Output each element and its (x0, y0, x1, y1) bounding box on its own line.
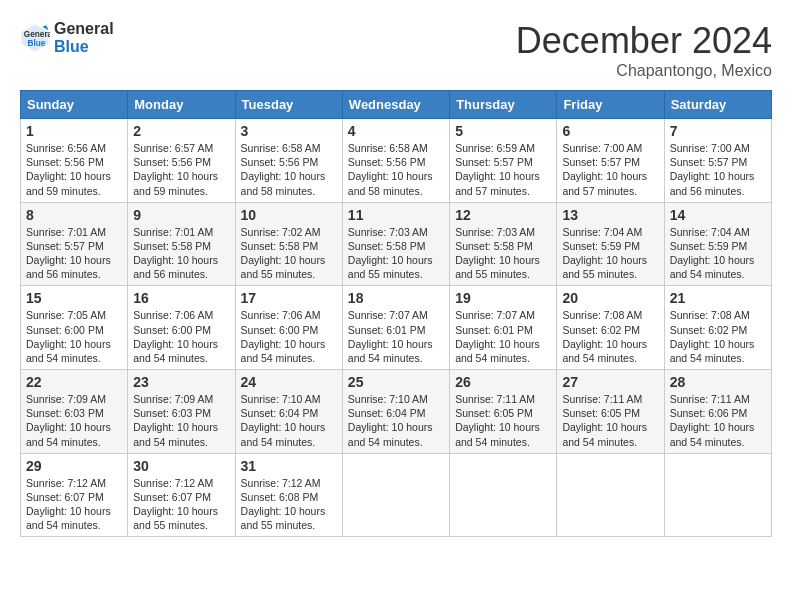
day-info: Sunrise: 7:06 AMSunset: 6:00 PMDaylight:… (133, 309, 218, 364)
table-row: 16 Sunrise: 7:06 AMSunset: 6:00 PMDaylig… (128, 286, 235, 370)
table-row: 5 Sunrise: 6:59 AMSunset: 5:57 PMDayligh… (450, 119, 557, 203)
table-row: 9 Sunrise: 7:01 AMSunset: 5:58 PMDayligh… (128, 202, 235, 286)
table-row: 4 Sunrise: 6:58 AMSunset: 5:56 PMDayligh… (342, 119, 449, 203)
day-info: Sunrise: 7:10 AMSunset: 6:04 PMDaylight:… (241, 393, 326, 448)
table-row: 2 Sunrise: 6:57 AMSunset: 5:56 PMDayligh… (128, 119, 235, 203)
logo-general: General (54, 20, 114, 38)
calendar-week-row: 29 Sunrise: 7:12 AMSunset: 6:07 PMDaylig… (21, 453, 772, 537)
day-info: Sunrise: 7:09 AMSunset: 6:03 PMDaylight:… (26, 393, 111, 448)
table-row: 25 Sunrise: 7:10 AMSunset: 6:04 PMDaylig… (342, 370, 449, 454)
calendar-week-row: 8 Sunrise: 7:01 AMSunset: 5:57 PMDayligh… (21, 202, 772, 286)
table-row: 8 Sunrise: 7:01 AMSunset: 5:57 PMDayligh… (21, 202, 128, 286)
table-row: 14 Sunrise: 7:04 AMSunset: 5:59 PMDaylig… (664, 202, 771, 286)
day-info: Sunrise: 7:08 AMSunset: 6:02 PMDaylight:… (670, 309, 755, 364)
day-info: Sunrise: 7:00 AMSunset: 5:57 PMDaylight:… (670, 142, 755, 197)
day-info: Sunrise: 6:57 AMSunset: 5:56 PMDaylight:… (133, 142, 218, 197)
table-row: 27 Sunrise: 7:11 AMSunset: 6:05 PMDaylig… (557, 370, 664, 454)
table-row: 29 Sunrise: 7:12 AMSunset: 6:07 PMDaylig… (21, 453, 128, 537)
day-info: Sunrise: 6:58 AMSunset: 5:56 PMDaylight:… (348, 142, 433, 197)
table-row: 15 Sunrise: 7:05 AMSunset: 6:00 PMDaylig… (21, 286, 128, 370)
day-number: 18 (348, 290, 444, 306)
day-number: 30 (133, 458, 229, 474)
day-info: Sunrise: 7:11 AMSunset: 6:05 PMDaylight:… (455, 393, 540, 448)
table-row: 23 Sunrise: 7:09 AMSunset: 6:03 PMDaylig… (128, 370, 235, 454)
table-row: 13 Sunrise: 7:04 AMSunset: 5:59 PMDaylig… (557, 202, 664, 286)
title-section: December 2024 Chapantongo, Mexico (516, 20, 772, 80)
table-row (557, 453, 664, 537)
day-number: 9 (133, 207, 229, 223)
day-number: 24 (241, 374, 337, 390)
day-number: 26 (455, 374, 551, 390)
day-info: Sunrise: 7:10 AMSunset: 6:04 PMDaylight:… (348, 393, 433, 448)
day-number: 8 (26, 207, 122, 223)
col-tuesday: Tuesday (235, 91, 342, 119)
svg-text:Blue: Blue (28, 38, 46, 47)
table-row: 7 Sunrise: 7:00 AMSunset: 5:57 PMDayligh… (664, 119, 771, 203)
day-info: Sunrise: 6:59 AMSunset: 5:57 PMDaylight:… (455, 142, 540, 197)
day-number: 12 (455, 207, 551, 223)
table-row: 21 Sunrise: 7:08 AMSunset: 6:02 PMDaylig… (664, 286, 771, 370)
col-thursday: Thursday (450, 91, 557, 119)
day-info: Sunrise: 7:12 AMSunset: 6:07 PMDaylight:… (133, 477, 218, 532)
col-friday: Friday (557, 91, 664, 119)
day-info: Sunrise: 7:11 AMSunset: 6:06 PMDaylight:… (670, 393, 755, 448)
table-row: 12 Sunrise: 7:03 AMSunset: 5:58 PMDaylig… (450, 202, 557, 286)
col-sunday: Sunday (21, 91, 128, 119)
day-info: Sunrise: 7:02 AMSunset: 5:58 PMDaylight:… (241, 226, 326, 281)
day-info: Sunrise: 7:09 AMSunset: 6:03 PMDaylight:… (133, 393, 218, 448)
table-row: 18 Sunrise: 7:07 AMSunset: 6:01 PMDaylig… (342, 286, 449, 370)
day-number: 28 (670, 374, 766, 390)
table-row (342, 453, 449, 537)
table-row: 17 Sunrise: 7:06 AMSunset: 6:00 PMDaylig… (235, 286, 342, 370)
day-number: 29 (26, 458, 122, 474)
logo: General Blue General Blue (20, 20, 114, 55)
table-row: 19 Sunrise: 7:07 AMSunset: 6:01 PMDaylig… (450, 286, 557, 370)
day-info: Sunrise: 7:03 AMSunset: 5:58 PMDaylight:… (348, 226, 433, 281)
logo-blue: Blue (54, 38, 114, 56)
day-info: Sunrise: 6:56 AMSunset: 5:56 PMDaylight:… (26, 142, 111, 197)
location-subtitle: Chapantongo, Mexico (516, 62, 772, 80)
table-row: 1 Sunrise: 6:56 AMSunset: 5:56 PMDayligh… (21, 119, 128, 203)
day-info: Sunrise: 7:04 AMSunset: 5:59 PMDaylight:… (562, 226, 647, 281)
day-info: Sunrise: 7:07 AMSunset: 6:01 PMDaylight:… (455, 309, 540, 364)
table-row: 22 Sunrise: 7:09 AMSunset: 6:03 PMDaylig… (21, 370, 128, 454)
calendar-header-row: Sunday Monday Tuesday Wednesday Thursday… (21, 91, 772, 119)
day-number: 15 (26, 290, 122, 306)
table-row: 20 Sunrise: 7:08 AMSunset: 6:02 PMDaylig… (557, 286, 664, 370)
table-row: 11 Sunrise: 7:03 AMSunset: 5:58 PMDaylig… (342, 202, 449, 286)
day-number: 5 (455, 123, 551, 139)
day-number: 23 (133, 374, 229, 390)
table-row (450, 453, 557, 537)
day-number: 20 (562, 290, 658, 306)
day-number: 14 (670, 207, 766, 223)
day-number: 19 (455, 290, 551, 306)
table-row: 26 Sunrise: 7:11 AMSunset: 6:05 PMDaylig… (450, 370, 557, 454)
day-info: Sunrise: 7:12 AMSunset: 6:07 PMDaylight:… (26, 477, 111, 532)
calendar-table: Sunday Monday Tuesday Wednesday Thursday… (20, 90, 772, 537)
day-number: 11 (348, 207, 444, 223)
table-row: 31 Sunrise: 7:12 AMSunset: 6:08 PMDaylig… (235, 453, 342, 537)
day-info: Sunrise: 7:06 AMSunset: 6:00 PMDaylight:… (241, 309, 326, 364)
day-info: Sunrise: 7:03 AMSunset: 5:58 PMDaylight:… (455, 226, 540, 281)
day-number: 7 (670, 123, 766, 139)
table-row (664, 453, 771, 537)
day-number: 2 (133, 123, 229, 139)
day-number: 1 (26, 123, 122, 139)
calendar-week-row: 22 Sunrise: 7:09 AMSunset: 6:03 PMDaylig… (21, 370, 772, 454)
day-number: 17 (241, 290, 337, 306)
day-number: 21 (670, 290, 766, 306)
day-number: 10 (241, 207, 337, 223)
table-row: 3 Sunrise: 6:58 AMSunset: 5:56 PMDayligh… (235, 119, 342, 203)
calendar-week-row: 15 Sunrise: 7:05 AMSunset: 6:00 PMDaylig… (21, 286, 772, 370)
day-info: Sunrise: 7:00 AMSunset: 5:57 PMDaylight:… (562, 142, 647, 197)
day-number: 4 (348, 123, 444, 139)
table-row: 6 Sunrise: 7:00 AMSunset: 5:57 PMDayligh… (557, 119, 664, 203)
day-number: 16 (133, 290, 229, 306)
day-info: Sunrise: 6:58 AMSunset: 5:56 PMDaylight:… (241, 142, 326, 197)
day-number: 22 (26, 374, 122, 390)
col-monday: Monday (128, 91, 235, 119)
day-number: 3 (241, 123, 337, 139)
table-row: 30 Sunrise: 7:12 AMSunset: 6:07 PMDaylig… (128, 453, 235, 537)
month-title: December 2024 (516, 20, 772, 62)
day-info: Sunrise: 7:05 AMSunset: 6:00 PMDaylight:… (26, 309, 111, 364)
